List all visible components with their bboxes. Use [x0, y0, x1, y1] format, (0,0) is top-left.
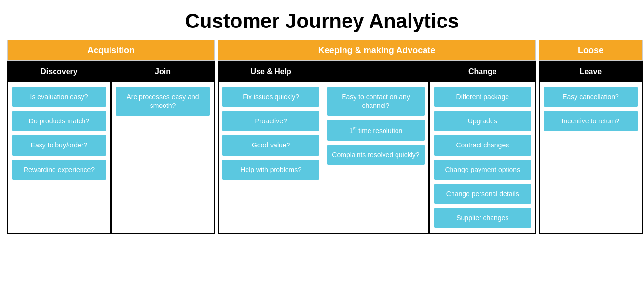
list-item: Easy cancellation?	[544, 87, 638, 107]
list-item: Good value?	[222, 135, 319, 155]
loose-header: Loose	[539, 40, 643, 61]
list-item: Easy to buy/order?	[12, 135, 106, 155]
list-item: Change personal details	[434, 184, 531, 204]
keeping-subcolumns: Use & Help Fix issues quickly? Proactive…	[218, 61, 536, 234]
use-help-left-column: Use & Help Fix issues quickly? Proactive…	[218, 61, 323, 234]
page-title: Customer Journey Analytics	[7, 5, 637, 40]
list-item: Fix issues quickly?	[222, 87, 319, 107]
join-header: Join	[112, 62, 214, 82]
list-item: Change payment options	[434, 160, 531, 180]
list-item: Supplier changes	[434, 208, 531, 228]
change-header: Change	[430, 62, 535, 82]
discovery-column: Discovery Is evaluation easy? Do product…	[7, 61, 111, 234]
change-column: Change Different package Upgrades Contra…	[429, 61, 536, 234]
list-item: 1st time resolution	[327, 120, 424, 141]
join-column: Join Are processes easy and smooth?	[111, 61, 215, 234]
list-item: Complaints resolved quickly?	[327, 145, 424, 165]
list-item: Is evaluation easy?	[12, 87, 106, 107]
list-item: Contract changes	[434, 135, 531, 155]
list-item: Are processes easy and smooth?	[116, 87, 210, 116]
list-item: Easy to contact on any channel?	[327, 87, 424, 116]
use-help-left-items: Fix issues quickly? Proactive? Good valu…	[219, 82, 323, 233]
use-help-header: Use & Help	[219, 62, 323, 82]
list-item: Upgrades	[434, 111, 531, 131]
list-item: Help with problems?	[222, 160, 319, 180]
use-help-right-column: Easy to contact on any channel? 1st time…	[323, 61, 429, 234]
keeping-group: Keeping & making Advocate Use & Help Fix…	[218, 40, 536, 234]
list-item: Different package	[434, 87, 531, 107]
list-item: Incentive to return?	[544, 111, 638, 131]
leave-column: Leave Easy cancellation? Incentive to re…	[539, 61, 643, 234]
discovery-header: Discovery	[8, 62, 110, 82]
list-item: Do products match?	[12, 111, 106, 131]
keeping-header: Keeping & making Advocate	[218, 40, 536, 61]
join-items: Are processes easy and smooth?	[112, 82, 214, 233]
list-item: Rewarding experience?	[12, 160, 106, 180]
loose-subcolumns: Leave Easy cancellation? Incentive to re…	[539, 61, 643, 234]
use-help-right-items: Easy to contact on any channel? 1st time…	[323, 82, 428, 233]
change-items: Different package Upgrades Contract chan…	[430, 82, 535, 233]
acquisition-header: Acquisition	[7, 40, 215, 61]
use-help-right-header	[323, 62, 428, 82]
leave-header: Leave	[540, 62, 642, 82]
acquisition-subcolumns: Discovery Is evaluation easy? Do product…	[7, 61, 215, 234]
discovery-items: Is evaluation easy? Do products match? E…	[8, 82, 110, 233]
loose-group: Loose Leave Easy cancellation? Incentive…	[539, 40, 643, 234]
list-item: Proactive?	[222, 111, 319, 131]
main-grid: Acquisition Discovery Is evaluation easy…	[7, 40, 637, 234]
acquisition-group: Acquisition Discovery Is evaluation easy…	[7, 40, 215, 234]
leave-items: Easy cancellation? Incentive to return?	[540, 82, 642, 233]
